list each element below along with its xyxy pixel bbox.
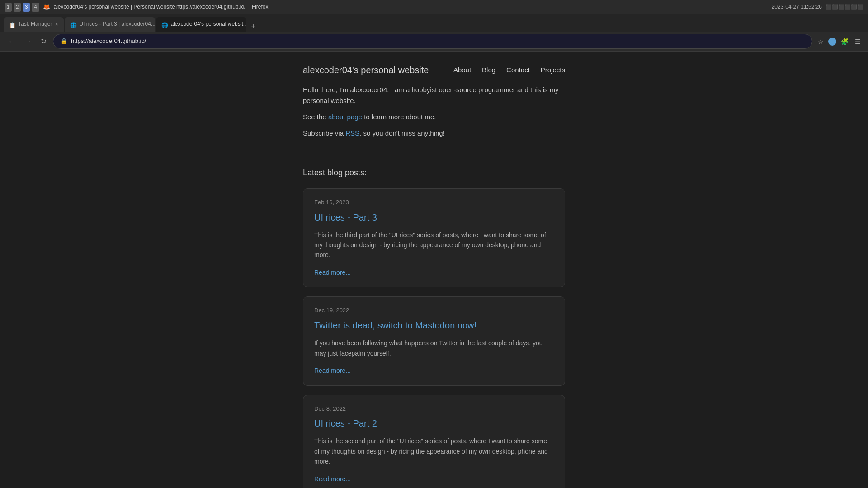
back-button[interactable]: ← [5,36,18,47]
window-indicators: 1 2 3 4 [5,3,39,12]
extensions-button[interactable]: 🧩 [839,36,850,47]
post-date-1: Feb 16, 2023 [314,198,554,207]
sys-icons: ⬛⬛⬛⬛⬛⬛ [826,3,863,11]
page-title: alexcoder04's personal website | Persona… [54,3,269,11]
bookmark-button[interactable]: ☆ [816,36,826,47]
site-title: alexcoder04's personal website [303,63,429,77]
title-bar: 1 2 3 4 🦊 alexcoder04's personal website… [0,0,868,14]
blog-section: Latest blog posts: Feb 16, 2023 UI rices… [294,166,574,488]
intro-line2-prefix: See the [303,113,328,121]
nav-projects[interactable]: Projects [541,65,565,75]
tab-label-2: UI rices - Part 3 | alexcoder04... [79,20,155,28]
blog-card-3: Dec 8, 2022 UI rices - Part 2 This is th… [303,395,565,488]
new-tab-button[interactable]: + [247,21,259,32]
post-excerpt-1: This is the third part of the "UI rices"… [314,230,554,260]
intro-line2-suffix: to learn more about me. [362,113,436,121]
title-bar-controls: 2023-04-27 11:52:26 ⬛⬛⬛⬛⬛⬛ [772,3,863,11]
post-excerpt-3: This is the second part of the "UI rices… [314,436,554,466]
profile-dot [828,38,836,46]
read-more-1[interactable]: Read more... [314,269,351,276]
intro-line3-prefix: Subscribe via [303,129,345,137]
post-date-2: Dec 19, 2022 [314,306,554,315]
tab-close-1[interactable]: ✕ [55,21,58,28]
nav-about[interactable]: About [453,65,471,75]
forward-button[interactable]: → [22,36,34,47]
browser-favicon: 🦊 [43,3,50,12]
post-title-3[interactable]: UI rices - Part 2 [314,416,554,431]
rss-link[interactable]: RSS [345,129,359,137]
blog-card-2: Dec 19, 2022 Twitter is dead, switch to … [303,296,565,385]
url-text: https://alexcoder04.github.io/ [71,37,146,46]
post-title-1[interactable]: UI rices - Part 3 [314,210,554,225]
tab-favicon-1: 📋 [9,21,15,28]
nav-blog[interactable]: Blog [482,65,495,75]
toolbar-right: ☆ 🧩 ☰ [816,36,863,47]
blog-card-1: Feb 16, 2023 UI rices - Part 3 This is t… [303,188,565,288]
intro-line3-suffix: , so you don't miss anything! [359,129,445,137]
window-4[interactable]: 4 [32,3,39,12]
reload-button[interactable]: ↻ [38,35,49,47]
tab-label-1: Task Manager [18,20,52,28]
read-more-2[interactable]: Read more... [314,367,351,374]
tab-favicon-2: 🌐 [70,21,76,28]
toolbar: ← → ↻ 🔒 https://alexcoder04.github.io/ ☆… [0,32,868,52]
tab-task-manager[interactable]: 📋 Task Manager ✕ [4,17,64,32]
read-more-3[interactable]: Read more... [314,475,351,483]
tab-ui-rices[interactable]: 🌐 UI rices - Part 3 | alexcoder04... ✕ [65,17,155,32]
post-title-2[interactable]: Twitter is dead, switch to Mastodon now! [314,318,554,333]
intro-line1: Hello there, I'm alexcoder04. I am a hob… [303,84,565,106]
post-date-3: Dec 8, 2022 [314,404,554,414]
tab-personal-website[interactable]: 🌐 alexcoder04's personal websit... ✕ [156,17,246,32]
site-header: alexcoder04's personal website About Blo… [294,52,574,84]
site-nav: About Blog Contact Projects [453,65,565,75]
tab-bar: 📋 Task Manager ✕ 🌐 UI rices - Part 3 | a… [0,14,868,32]
post-excerpt-2: If you have been following what happens … [314,338,554,358]
intro-line3: Subscribe via RSS, so you don't miss any… [303,128,565,139]
window-2[interactable]: 2 [14,3,21,12]
about-page-link[interactable]: about page [328,113,362,121]
nav-contact[interactable]: Contact [506,65,530,75]
lock-icon: 🔒 [61,37,67,46]
address-bar[interactable]: 🔒 https://alexcoder04.github.io/ [53,34,812,49]
section-divider [303,146,565,146]
tab-label-3: alexcoder04's personal websit... [170,20,246,28]
menu-button[interactable]: ☰ [853,36,863,47]
window-3[interactable]: 3 [23,3,30,12]
intro-line2: See the about page to learn more about m… [303,112,565,122]
intro-section: Hello there, I'm alexcoder04. I am a hob… [294,84,574,166]
window-1[interactable]: 1 [5,3,12,12]
clock: 2023-04-27 11:52:26 [772,3,822,11]
blog-heading: Latest blog posts: [303,166,565,179]
tab-favicon-3: 🌐 [161,21,168,28]
